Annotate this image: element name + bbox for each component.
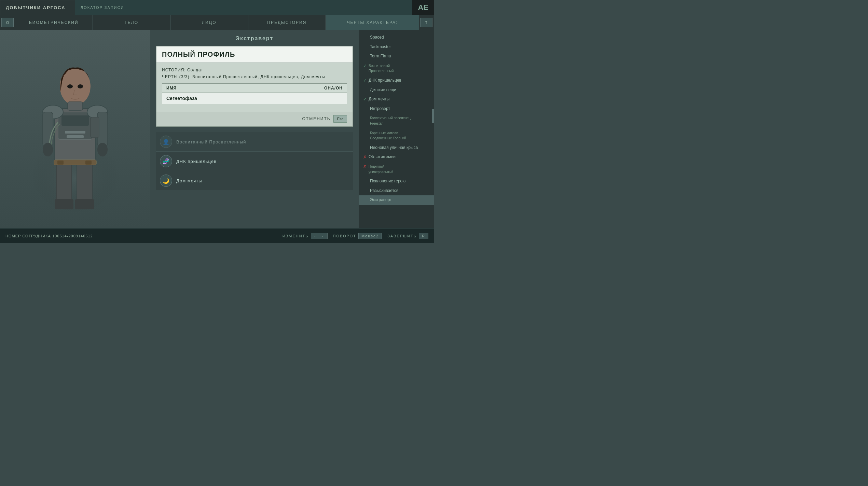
traits-label: ЧЕРТЫ (3/3): — [162, 74, 191, 79]
sidebar-trait-name-podnyat: Поднятыйуниверсальный — [369, 164, 430, 175]
sidebar-item-extrovert[interactable]: Экстраверт — [359, 195, 434, 205]
sidebar-item-introvert[interactable]: Интроверт — [359, 104, 434, 114]
esc-label: Esc — [337, 117, 343, 121]
sidebar-item-podnyat[interactable]: ✗ Поднятыйуниверсальный — [359, 162, 434, 177]
sidebar-label-introvert: Интроверт — [370, 106, 390, 111]
sidebar-item-snake[interactable]: ✗ Объятия змеи — [359, 152, 434, 162]
profile-table-header: ИМЯ ОНА/ОН — [162, 84, 347, 93]
sidebar-label-dom: Дом мечты — [369, 97, 389, 101]
svg-rect-13 — [75, 199, 94, 209]
change-keys-text: ← → — [314, 234, 325, 238]
trait-item-dom[interactable]: 🌙 Дом мечты — [156, 171, 353, 190]
sidebar-item-detskie[interactable]: Детские вещи — [359, 85, 434, 95]
main-content: Экстраверт ПОЛНЫЙ ПРОФИЛЬ ИСТОРИЯ: Солда… — [0, 30, 434, 228]
sidebar-trait-name-vosp: ВоспитанныйПросветленный — [369, 63, 430, 74]
sidebar-item-spaced[interactable]: Spaced — [359, 33, 434, 42]
tab-history[interactable]: ПРЕДЫСТОРИЯ — [248, 15, 326, 30]
sidebar-trait-name-taskmaster: Taskmaster — [370, 44, 430, 50]
tab-biometric[interactable]: БИОМЕТРИЧЕСКИЙ — [15, 15, 93, 30]
trait-header: Экстраверт — [156, 36, 353, 42]
sidebar-trait-name-spaced: Spaced — [370, 35, 430, 40]
sidebar-trait-name-dnk: ДНК пришельцев — [369, 78, 430, 83]
rotate-action: ПОВОРОТ Mouse2 — [333, 233, 382, 239]
svg-rect-10 — [56, 162, 72, 203]
finish-key-text: R — [422, 234, 425, 238]
right-nav-btn[interactable]: T — [420, 18, 432, 27]
tab-body[interactable]: ТЕЛО — [93, 15, 171, 30]
right-btn-label: T — [425, 20, 428, 25]
sidebar-item-taskmaster[interactable]: Taskmaster — [359, 42, 434, 52]
character-image — [0, 30, 150, 228]
sidebar-item-wanted[interactable]: Разыскивается — [359, 186, 434, 196]
sidebar-item-kollek[interactable]: Коллективный поселенецFreestar — [359, 113, 434, 128]
trait-label-dnk: ДНК пришельцев — [176, 159, 217, 164]
trait-item-dnk[interactable]: 🧬 ДНК пришельцев — [156, 152, 353, 171]
sidebar-item-terra[interactable]: Terra Firma — [359, 52, 434, 61]
change-action: ИЗМЕНИТЬ ← → — [283, 233, 328, 239]
svg-rect-3 — [61, 115, 89, 126]
name-text: Сегнетофаза — [166, 96, 197, 101]
sidebar-label-detskie: Детские вещи — [370, 87, 396, 92]
profile-history: ИСТОРИЯ: Солдат — [162, 68, 347, 72]
title-text: ДОБЫТЧИКИ АРГОСА — [6, 5, 66, 10]
sidebar-label-taskmaster: Taskmaster — [370, 44, 391, 49]
profile-box-footer: ОТМЕНИТЬ Esc — [156, 112, 353, 126]
trait-icon-dom: 🌙 — [160, 175, 172, 187]
svg-point-19 — [67, 84, 73, 88]
sidebar-trait-name-extrovert: Экстраверт — [370, 197, 430, 203]
esc-button[interactable]: Esc — [333, 115, 347, 123]
finish-key[interactable]: R — [419, 233, 428, 239]
subtitle-text: ЛОКАТОР ЗАПИСИ — [75, 0, 412, 15]
sidebar-trait-name-poklon: Поклонение герою — [370, 179, 430, 184]
tab-face[interactable]: ЛИЦО — [170, 15, 248, 30]
svg-rect-21 — [68, 102, 83, 110]
finish-label: ЗАВЕРШИТЬ — [387, 234, 417, 238]
sidebar-item-korenny[interactable]: Коренные жителиСоединенных Колоний — [359, 128, 434, 143]
trait-list: 👤 Воспитанный Просветленный 🧬 ДНК пришел… — [156, 132, 353, 190]
nav-tabs: O БИОМЕТРИЧЕСКИЙ ТЕЛО ЛИЦО ПРЕДЫСТОРИЯ Ч… — [0, 15, 434, 30]
sidebar-trait-name-snake: Объятия змеи — [369, 154, 430, 160]
employee-number: НОМЕР СОТРУДНИКА 190514-2009140512 — [5, 234, 93, 238]
right-sidebar: Spaced Taskmaster Terra Firma ✓ Воспитан… — [359, 30, 434, 228]
bottom-bar: НОМЕР СОТРУДНИКА 190514-2009140512 ИЗМЕН… — [0, 228, 434, 243]
check-icon-dom: ✓ — [363, 97, 367, 102]
x-icon-snake: ✗ — [363, 155, 367, 159]
svg-rect-23 — [67, 135, 84, 138]
logo-text: AE — [418, 3, 428, 12]
tab-history-label: ПРЕДЫСТОРИЯ — [267, 20, 306, 25]
sidebar-item-neon[interactable]: Неоновая уличная крыса — [359, 143, 434, 153]
history-label: ИСТОРИЯ: — [162, 68, 186, 72]
scrollbar-handle[interactable] — [432, 109, 434, 123]
sidebar-item-dom[interactable]: ✓ Дом мечты — [359, 95, 434, 104]
svg-point-20 — [78, 84, 83, 88]
svg-point-8 — [43, 143, 53, 156]
trait-item-vosp[interactable]: 👤 Воспитанный Просветленный — [156, 132, 353, 152]
change-key[interactable]: ← → — [311, 233, 328, 239]
sidebar-trait-name-neon: Неоновая уличная крыса — [370, 145, 430, 151]
check-icon-dnk: ✓ — [363, 78, 367, 83]
sidebar-item-dnk[interactable]: ✓ ДНК пришельцев — [359, 76, 434, 85]
sidebar-trait-name-dom: Дом мечты — [369, 97, 430, 102]
sidebar-trait-name-detskie: Детские вещи — [370, 87, 430, 93]
trait-header-text: Экстраверт — [236, 36, 274, 41]
svg-rect-16 — [85, 161, 92, 165]
name-col-header: ИМЯ — [162, 84, 320, 93]
x-icon-podnyat: ✗ — [363, 164, 367, 169]
tab-body-label: ТЕЛО — [125, 20, 139, 25]
left-nav-btn[interactable]: O — [1, 18, 14, 27]
employee-label: НОМЕР СОТРУДНИКА — [5, 234, 51, 238]
rotate-key[interactable]: Mouse2 — [358, 233, 382, 239]
sidebar-label-spaced: Spaced — [370, 35, 384, 40]
sidebar-item-poklon[interactable]: Поклонение герою — [359, 177, 434, 186]
check-icon-vosp: ✓ — [363, 64, 367, 68]
tab-traits[interactable]: ЧЕРТЫ ХАРАКТЕРА: — [326, 15, 419, 30]
sidebar-trait-name-korenny: Коренные жителиСоединенных Колоний — [370, 130, 430, 141]
sidebar-trait-name-introvert: Интроверт — [370, 106, 430, 112]
center-panel: Экстраверт ПОЛНЫЙ ПРОФИЛЬ ИСТОРИЯ: Солда… — [150, 30, 359, 228]
profile-traits: ЧЕРТЫ (3/3): Воспитанный Просветленный, … — [162, 74, 347, 79]
pronoun-col-label: ОНА/ОН — [324, 86, 343, 91]
sidebar-label-terra: Terra Firma — [370, 54, 391, 58]
svg-rect-6 — [43, 112, 53, 146]
trait-icon-vosp: 👤 — [160, 136, 172, 148]
sidebar-item-vosp[interactable]: ✓ ВоспитанныйПросветленный — [359, 61, 434, 76]
